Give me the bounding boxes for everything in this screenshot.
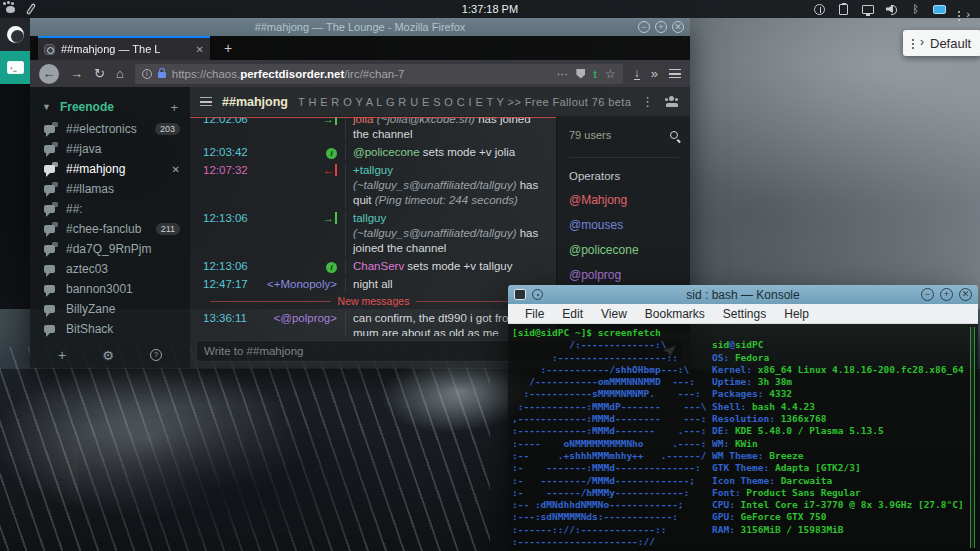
- help-icon[interactable]: ?: [150, 349, 162, 361]
- maximize-button[interactable]: +: [655, 21, 667, 33]
- maximize-button[interactable]: +: [940, 288, 953, 301]
- sidebar-toggle-icon[interactable]: [200, 97, 212, 106]
- sidebar-channel[interactable]: BillyZane: [30, 299, 190, 319]
- close-button[interactable]: ✕: [959, 288, 972, 301]
- forward-button[interactable]: →: [70, 67, 83, 80]
- message-sender-column: ←: [253, 163, 345, 208]
- message-sender-column: →: [253, 211, 345, 256]
- message-area[interactable]: 12:02:06→jolia (~jolia@kxcode.sh) has jo…: [190, 117, 556, 336]
- search-users-icon[interactable]: [670, 131, 678, 139]
- page-actions-icon[interactable]: ⋯: [557, 67, 569, 81]
- display-icon: [862, 5, 874, 14]
- konsole-titlebar[interactable]: sid : bash — Konsole − + ✕: [508, 285, 978, 304]
- message-text: +tallguy (~tallguy_s@unaffiliated/tallgu…: [345, 163, 556, 208]
- clipboard-icon: [839, 4, 848, 15]
- bookmark-star-icon[interactable]: ☆: [605, 67, 616, 81]
- sidebar-channel[interactable]: BitShack: [30, 319, 190, 339]
- message-timestamp: 12:07:32: [203, 163, 253, 208]
- join-icon: →: [323, 117, 337, 125]
- new-tab-button[interactable]: +: [224, 40, 232, 56]
- lock-icon: [158, 72, 166, 78]
- tampermonkey-icon[interactable]: t: [593, 68, 597, 80]
- home-button[interactable]: ⌂: [116, 67, 124, 80]
- join-channel-icon[interactable]: +: [170, 100, 178, 115]
- konsole-window-title: sid : bash — Konsole: [508, 288, 978, 302]
- url-bar[interactable]: i https://chaos.perfectdisorder.net/irc/…: [135, 64, 623, 84]
- back-button[interactable]: ←: [39, 64, 59, 84]
- unread-divider: New messages: [203, 295, 544, 307]
- message-text: jolia (~jolia@kxcode.sh) has joined the …: [345, 117, 556, 142]
- info-icon: i: [326, 262, 337, 273]
- menu-item-help[interactable]: Help: [775, 307, 818, 321]
- chat-bubble-icon: [44, 185, 55, 193]
- join-icon: →: [323, 212, 337, 224]
- message-timestamp: 12:02:06: [203, 117, 253, 142]
- status-info-icon: [814, 4, 825, 15]
- firefox-titlebar[interactable]: ##mahjong — The Lounge - Mozilla Firefox…: [30, 18, 690, 36]
- chat-bubble-icon: [44, 225, 55, 233]
- chat-bubble-icon: [44, 325, 55, 333]
- toolbox-label: Default: [930, 36, 971, 51]
- desktop-toolbox[interactable]: Default: [903, 30, 980, 56]
- tab-close-icon[interactable]: ✕: [196, 44, 204, 55]
- firefox-window-title: ##mahjong — The Lounge - Mozilla Firefox: [30, 21, 690, 33]
- channel-name: aztec03: [66, 262, 180, 276]
- message-timestamp: 12:03:42: [203, 145, 253, 160]
- user-list-item[interactable]: @mouses: [569, 218, 678, 232]
- menu-item-edit[interactable]: Edit: [553, 307, 592, 321]
- sidebar-channel[interactable]: aztec03: [30, 259, 190, 279]
- unread-badge: 211: [156, 223, 180, 235]
- tab-mahjong[interactable]: ##mahjong — The L ✕: [38, 36, 210, 60]
- menu-hamburger-icon[interactable]: [669, 69, 681, 78]
- channel-name: ##electronics: [66, 122, 155, 136]
- menu-item-settings[interactable]: Settings: [714, 307, 775, 321]
- sender-nick[interactable]: <@polprog>: [274, 312, 337, 324]
- user-list-item[interactable]: @policecone: [569, 243, 678, 257]
- terminal[interactable]: [sid@sidPC ~]$ screenfetch /:-----------…: [508, 324, 978, 551]
- konsole-menubar: FileEditViewBookmarksSettingsHelp: [508, 304, 978, 324]
- lounge-favicon-icon: [44, 44, 55, 55]
- chat-bubble-icon: [44, 145, 55, 153]
- sidebar-channel[interactable]: ##llamas: [30, 179, 190, 199]
- chevron-down-icon[interactable]: ▼: [42, 102, 51, 112]
- minimize-button[interactable]: −: [638, 21, 650, 33]
- site-info-icon[interactable]: i: [142, 69, 152, 79]
- sender-nick[interactable]: <+Monopoly>: [267, 278, 337, 290]
- user-list-item[interactable]: @polprog: [569, 268, 678, 282]
- sidebar-channel[interactable]: ##java: [30, 139, 190, 159]
- settings-gear-icon[interactable]: ⚙: [102, 348, 114, 363]
- minimize-button[interactable]: −: [921, 288, 934, 301]
- add-network-button[interactable]: +: [58, 347, 66, 363]
- sidebar-channel[interactable]: bannon3001: [30, 279, 190, 299]
- sidebar-footer: + ⚙ ?: [30, 342, 190, 368]
- close-channel-icon[interactable]: ✕: [172, 164, 180, 175]
- sidebar-channel[interactable]: ##electronics203: [30, 119, 190, 139]
- chat-message: 12:03:42i@policecone sets mode +v jolia: [190, 143, 556, 161]
- chat-message: 12:13:06iChanServ sets mode +v tallguy: [190, 257, 556, 275]
- shield-icon[interactable]: [576, 69, 585, 79]
- sidebar-channel[interactable]: #da7Q_9RnPjm: [30, 239, 190, 259]
- menu-item-bookmarks[interactable]: Bookmarks: [636, 307, 714, 321]
- message-timestamp: 12:47:17: [203, 277, 253, 292]
- sidebar-channel[interactable]: ##:: [30, 199, 190, 219]
- toggle-userlist-icon[interactable]: [664, 96, 680, 107]
- channel-menu-icon[interactable]: ⋮: [641, 94, 654, 109]
- menu-item-file[interactable]: File: [516, 307, 553, 321]
- user-list-item[interactable]: @Mahjong: [569, 193, 678, 207]
- reload-button[interactable]: ↻: [94, 67, 105, 80]
- menu-item-view[interactable]: View: [592, 307, 636, 321]
- dock-firefox-button[interactable]: [0, 18, 30, 51]
- close-button[interactable]: ✕: [672, 21, 684, 33]
- sidebar-channel[interactable]: ##mahjong✕: [30, 159, 190, 179]
- message-sender-column: <+Monopoly>: [253, 277, 345, 292]
- toolbar-overflow-icon[interactable]: »: [651, 67, 658, 80]
- network-row[interactable]: ▼ Freenode +: [30, 95, 190, 119]
- terminal-prompt: [sid@sidPC ~]$ screenfetch: [512, 327, 966, 339]
- sidebar-channel[interactable]: #chee-fanclub211: [30, 219, 190, 239]
- terminal-scrollbar[interactable]: [970, 327, 975, 548]
- downloads-button[interactable]: ↓: [634, 68, 640, 80]
- dock-konsole-button[interactable]: ›_: [0, 51, 30, 84]
- chat-bubble-icon: [44, 265, 55, 273]
- channel-name: bannon3001: [66, 282, 180, 296]
- bluetooth-icon: ᛒ: [912, 3, 919, 16]
